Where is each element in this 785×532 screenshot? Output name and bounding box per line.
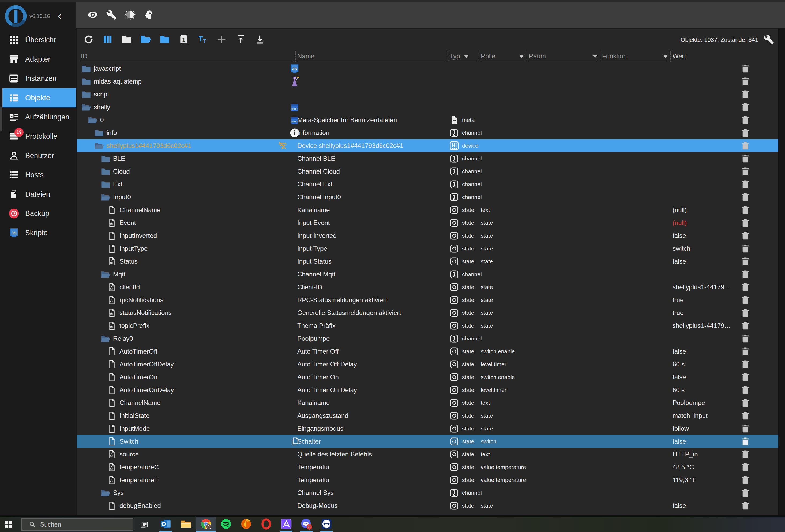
doc-icon[interactable]: [107, 347, 117, 356]
folder-open-icon[interactable]: [101, 334, 110, 344]
object-value[interactable]: Poolpumpe: [673, 397, 739, 409]
wrench-icon-button[interactable]: [102, 8, 121, 23]
doc-icon[interactable]: [107, 424, 117, 433]
delete-object-button[interactable]: [741, 283, 750, 292]
object-value[interactable]: shellyplus1-44179…: [673, 281, 739, 294]
delete-object-button[interactable]: [741, 411, 750, 420]
folder-icon[interactable]: [101, 167, 110, 176]
table-row[interactable]: topicPrefixThema Präfixstatestateshellyp…: [77, 319, 778, 332]
object-value[interactable]: true: [673, 294, 739, 306]
sidebar-item--bersicht[interactable]: Übersicht: [0, 30, 76, 50]
table-row[interactable]: Relay0Poolpumpechannel: [77, 332, 778, 345]
taskbar-app-explorer[interactable]: [176, 517, 196, 532]
table-row[interactable]: CloudChannel Cloudchannel: [77, 165, 778, 178]
delete-object-button[interactable]: [741, 501, 750, 510]
object-value[interactable]: false: [673, 345, 739, 358]
taskbar-app-affinity[interactable]: [276, 517, 296, 532]
sidebar-item-backup[interactable]: Backup: [0, 204, 76, 223]
table-row[interactable]: ChannelNameKanalnamestatetext(null): [77, 204, 778, 217]
text-toggle-button[interactable]: TT: [197, 34, 209, 46]
sidebar-item-aufz-hlungen[interactable]: Aufzählungen: [0, 107, 76, 127]
table-row[interactable]: SysChannel Syschannel: [77, 486, 778, 499]
delete-object-button[interactable]: [741, 167, 750, 176]
table-row[interactable]: rpcNotificationsRPC-Statusmeldungen akti…: [77, 294, 778, 306]
object-value[interactable]: switch: [673, 242, 739, 255]
table-row[interactable]: SwitchSchalterstateswitchfalse: [77, 435, 778, 448]
delete-object-button[interactable]: [741, 180, 750, 189]
delete-object-button[interactable]: [741, 154, 750, 163]
delete-object-button[interactable]: [741, 385, 750, 395]
column-resize-handle[interactable]: [479, 51, 479, 62]
column-resize-handle[interactable]: [670, 51, 671, 62]
table-row[interactable]: BLEChannel BLEchannel: [77, 152, 778, 165]
delete-object-button[interactable]: [741, 270, 750, 279]
delete-object-button[interactable]: [741, 360, 750, 369]
sidebar-item-skripte[interactable]: JSSkripte: [0, 223, 76, 243]
object-value[interactable]: 60 s: [673, 384, 739, 397]
delete-object-button[interactable]: [741, 437, 750, 446]
table-row[interactable]: InitialStateAusgangszustandstatestatemat…: [77, 409, 778, 422]
doc-lock-icon[interactable]: [107, 257, 117, 266]
object-value[interactable]: false: [673, 435, 739, 448]
object-value[interactable]: (null): [673, 217, 739, 229]
folder-icon[interactable]: [81, 90, 91, 99]
taskbar-app-outlook[interactable]: [156, 517, 176, 532]
delete-object-button[interactable]: [741, 103, 750, 112]
table-row[interactable]: MqttChannel Mqttchannel: [77, 268, 778, 281]
sidebar-item-objekte[interactable]: Objekte: [2, 88, 76, 107]
view-columns-button[interactable]: [102, 34, 113, 46]
taskbar-search-input[interactable]: Suchen: [21, 518, 133, 531]
task-view-button[interactable]: [137, 517, 151, 532]
delete-object-button[interactable]: [741, 424, 750, 433]
object-value[interactable]: true: [673, 306, 739, 319]
folder-icon[interactable]: [81, 64, 91, 73]
doc-icon[interactable]: [107, 501, 117, 511]
delete-object-button[interactable]: [741, 205, 750, 214]
doc-lock-icon[interactable]: [107, 321, 117, 331]
delete-object-button[interactable]: [741, 77, 750, 86]
table-row[interactable]: midas-aquatemp: [77, 75, 778, 88]
column-header-wert[interactable]: Wert: [673, 51, 686, 61]
delete-object-button[interactable]: [741, 218, 750, 227]
delete-object-button[interactable]: [741, 450, 750, 459]
object-value[interactable]: false: [673, 229, 739, 242]
folder-open-icon[interactable]: [81, 102, 91, 112]
delete-object-button[interactable]: [741, 398, 750, 407]
doc-icon[interactable]: [107, 437, 117, 446]
table-row[interactable]: EventInput Eventstatestate(null): [77, 217, 778, 229]
table-row[interactable]: Input0Channel Input0channel: [77, 191, 778, 204]
column-header-name[interactable]: Name: [297, 51, 314, 61]
table-row[interactable]: script: [77, 88, 778, 101]
table-row[interactable]: AutoTimerOnAuto Timer Onstateswitch.enab…: [77, 371, 778, 384]
sidebar-item-adapter[interactable]: Adapter: [0, 50, 76, 69]
doc-lock-icon[interactable]: [107, 295, 117, 305]
column-resize-handle[interactable]: [448, 51, 448, 62]
depth-1-button[interactable]: 1: [178, 34, 189, 46]
export-button[interactable]: [235, 34, 247, 46]
taskbar-app-teamviewer[interactable]: [316, 517, 336, 532]
doc-icon[interactable]: [107, 244, 117, 253]
object-value[interactable]: 48,5 °C: [673, 461, 739, 474]
delete-object-button[interactable]: [741, 463, 750, 472]
object-value[interactable]: (null): [673, 204, 739, 217]
table-row[interactable]: AutoTimerOffAuto Timer Offstateswitch.en…: [77, 345, 778, 358]
delete-object-button[interactable]: [741, 321, 750, 330]
sidebar-item-benutzer[interactable]: Benutzer: [0, 146, 76, 165]
doc-icon[interactable]: [107, 385, 117, 395]
folder-icon[interactable]: [101, 154, 110, 163]
table-row[interactable]: InputModeEingangsmodusstatestatefollow: [77, 422, 778, 435]
table-row[interactable]: statusNotificationsGenerelle Statusmeldu…: [77, 306, 778, 319]
delete-object-button[interactable]: [741, 90, 750, 99]
table-row[interactable]: temperatureCTemperaturstatevalue.tempera…: [77, 461, 778, 474]
folder-icon[interactable]: [81, 77, 91, 86]
doc-lock-icon[interactable]: [107, 308, 117, 318]
refresh-button[interactable]: [83, 34, 95, 46]
sidebar-item-hosts[interactable]: Hosts: [0, 165, 76, 184]
column-header-raum[interactable]: Raum: [529, 51, 598, 61]
delete-object-button[interactable]: [741, 296, 750, 305]
table-row[interactable]: InputTypeInput Typestatestateswitch: [77, 242, 778, 255]
object-value[interactable]: follow: [673, 422, 739, 435]
visibility-icon-button[interactable]: [83, 8, 102, 23]
taskbar-app-spotify[interactable]: [216, 517, 236, 532]
object-value[interactable]: shellyplus1-44179…: [673, 319, 739, 332]
